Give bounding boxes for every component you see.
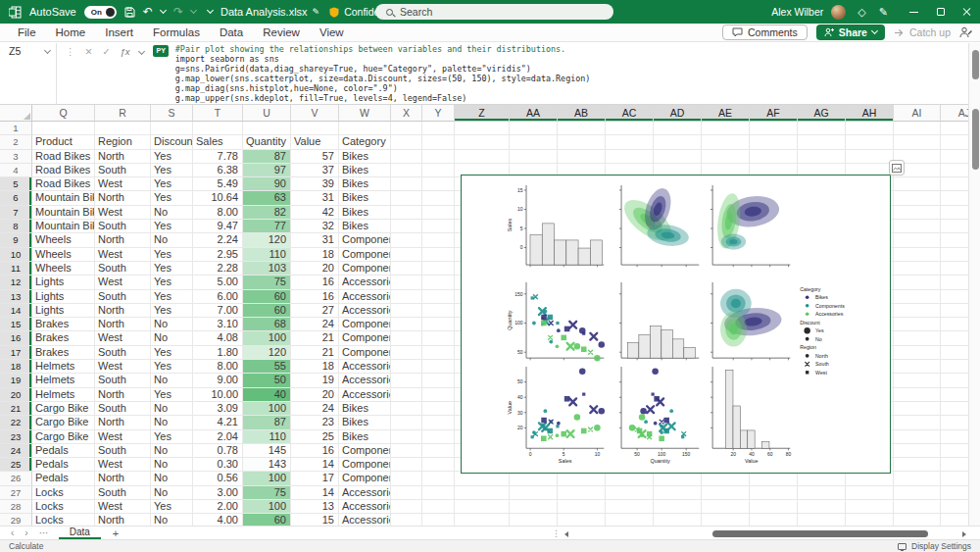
- cell-X1[interactable]: [391, 122, 422, 135]
- cell-U17[interactable]: 120: [243, 346, 291, 360]
- cell-X9[interactable]: [391, 233, 422, 247]
- cell-X17[interactable]: [391, 346, 422, 360]
- cell-T1[interactable]: [193, 122, 243, 135]
- calculate-status[interactable]: Calculate: [9, 541, 43, 551]
- cell-X13[interactable]: [391, 290, 422, 304]
- cell-Y23[interactable]: [422, 430, 455, 444]
- cell-V20[interactable]: 20: [291, 388, 339, 402]
- cell-X14[interactable]: [391, 304, 422, 318]
- cell-T5[interactable]: 5.49: [193, 177, 243, 191]
- cell-V4[interactable]: 37: [291, 164, 339, 177]
- cell-W26[interactable]: Components: [339, 472, 391, 485]
- cell-Y22[interactable]: [422, 416, 455, 429]
- cell-AF29[interactable]: [750, 514, 798, 526]
- cell-S9[interactable]: No: [151, 233, 193, 247]
- cell-X10[interactable]: [391, 248, 422, 262]
- cell-Y24[interactable]: [422, 444, 455, 458]
- row-header-5[interactable]: 5: [0, 177, 32, 191]
- cell-X20[interactable]: [391, 388, 422, 402]
- row-header-15[interactable]: 15: [0, 318, 32, 331]
- cell-X29[interactable]: [391, 514, 422, 526]
- cell-V6[interactable]: 31: [291, 191, 339, 205]
- next-sheet-icon[interactable]: ›: [24, 527, 27, 539]
- search-input[interactable]: Search: [375, 4, 613, 20]
- cell-Q14[interactable]: Lights: [32, 304, 95, 318]
- diamond-icon[interactable]: ◇: [858, 6, 865, 19]
- cell-U11[interactable]: 103: [243, 262, 291, 276]
- cell-AH2[interactable]: [846, 135, 894, 149]
- cell-Y4[interactable]: [422, 164, 455, 177]
- cell-AG3[interactable]: [798, 150, 846, 164]
- cell-W8[interactable]: Bikes: [339, 220, 391, 233]
- cell-R13[interactable]: South: [95, 290, 151, 304]
- cell-R25[interactable]: West: [95, 458, 151, 472]
- column-header-Q[interactable]: Q: [32, 105, 95, 122]
- autosave-toggle[interactable]: On: [84, 6, 117, 19]
- cell-R24[interactable]: South: [95, 444, 151, 458]
- cell-U7[interactable]: 82: [243, 206, 291, 220]
- cell-X8[interactable]: [391, 220, 422, 233]
- cell-W24[interactable]: Components: [339, 444, 391, 458]
- pen-mode-icon[interactable]: ✎: [879, 6, 888, 19]
- cell-AI19[interactable]: [894, 374, 941, 387]
- cell-U28[interactable]: 100: [243, 500, 291, 514]
- cell-R2[interactable]: Region: [95, 135, 151, 149]
- cell-W10[interactable]: Components: [339, 248, 391, 262]
- cell-U2[interactable]: Quantity: [243, 135, 291, 149]
- cell-X5[interactable]: [391, 177, 422, 191]
- cell-AB1[interactable]: [558, 122, 606, 135]
- cell-Y11[interactable]: [422, 262, 455, 276]
- cell-U8[interactable]: 77: [243, 220, 291, 233]
- cell-S1[interactable]: [151, 122, 193, 135]
- cell-Q1[interactable]: [32, 122, 95, 135]
- cell-Y7[interactable]: [422, 206, 455, 220]
- row-header-18[interactable]: 18: [0, 360, 32, 374]
- minimize-button[interactable]: [901, 0, 927, 24]
- cell-Z29[interactable]: [455, 514, 510, 526]
- column-header-R[interactable]: R: [95, 105, 151, 122]
- cell-AH28[interactable]: [846, 500, 894, 514]
- all-sheets-icon[interactable]: ⋯: [39, 527, 49, 539]
- cell-AD1[interactable]: [654, 122, 702, 135]
- cell-W17[interactable]: Components: [339, 346, 391, 360]
- cell-W7[interactable]: Bikes: [339, 206, 391, 220]
- cell-AI18[interactable]: [894, 360, 941, 374]
- cell-Y13[interactable]: [422, 290, 455, 304]
- column-header-X[interactable]: X: [391, 105, 422, 122]
- cell-Y29[interactable]: [422, 514, 455, 526]
- menu-tab-data[interactable]: Data: [210, 26, 253, 38]
- cell-V7[interactable]: 42: [291, 206, 339, 220]
- sheet-tab-data[interactable]: Data: [59, 527, 101, 539]
- cell-X6[interactable]: [391, 191, 422, 205]
- cell-T22[interactable]: 4.21: [193, 416, 243, 429]
- cell-W5[interactable]: Bikes: [339, 177, 391, 191]
- cell-Q26[interactable]: Pedals: [32, 472, 95, 485]
- cell-Y6[interactable]: [422, 191, 455, 205]
- cell-AI21[interactable]: [894, 402, 941, 416]
- cell-S23[interactable]: Yes: [151, 430, 193, 444]
- column-header-AC[interactable]: AC: [606, 105, 654, 122]
- cell-U4[interactable]: 97: [243, 164, 291, 177]
- cell-V16[interactable]: 21: [291, 331, 339, 345]
- cell-AB2[interactable]: [558, 135, 606, 149]
- cell-Y27[interactable]: [422, 486, 455, 500]
- cell-Q21[interactable]: Cargo Bike: [32, 402, 95, 416]
- cell-U6[interactable]: 63: [243, 191, 291, 205]
- cell-W14[interactable]: Accessories: [339, 304, 391, 318]
- cell-AI27[interactable]: [894, 486, 941, 500]
- cell-X3[interactable]: [391, 150, 422, 164]
- cell-R1[interactable]: [95, 122, 151, 135]
- cell-V22[interactable]: 23: [291, 416, 339, 429]
- cell-V29[interactable]: 15: [291, 514, 339, 526]
- cell-AB3[interactable]: [558, 150, 606, 164]
- user-name[interactable]: Alex Wilber: [771, 6, 823, 18]
- cell-V10[interactable]: 18: [291, 248, 339, 262]
- cell-V21[interactable]: 24: [291, 402, 339, 416]
- cell-T26[interactable]: 0.56: [193, 472, 243, 485]
- cell-W11[interactable]: Components: [339, 262, 391, 276]
- column-header-T[interactable]: T: [193, 105, 243, 122]
- cell-Y25[interactable]: [422, 458, 455, 472]
- cell-Y1[interactable]: [422, 122, 455, 135]
- cell-Z2[interactable]: [455, 135, 510, 149]
- cell-AH29[interactable]: [846, 514, 894, 526]
